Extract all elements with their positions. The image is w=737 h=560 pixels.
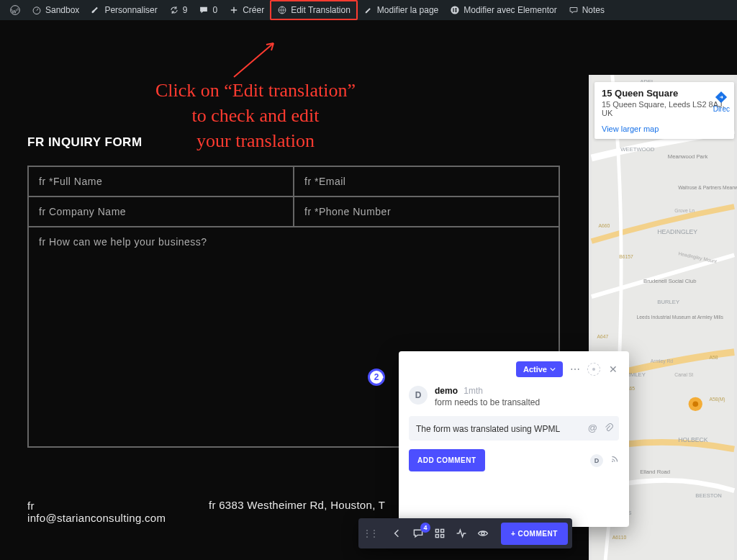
new-content[interactable]: Créer (223, 0, 270, 20)
annotation-line2: to check and edit (144, 103, 367, 128)
directions-label: Direc (713, 105, 730, 113)
footer-address: fr 6383 Westheimer Rd, Houston, T (209, 499, 385, 511)
map-directions[interactable]: Direc (713, 91, 730, 113)
comment-more-icon[interactable]: ⋯ (570, 363, 580, 375)
comments-count-label: 0 (212, 5, 217, 15)
mention-icon[interactable]: @ (588, 423, 597, 435)
svg-text:Leeds Industrial Museum at Arm: Leeds Industrial Museum at Armley Mills (636, 315, 723, 320)
phone-field[interactable] (294, 197, 559, 226)
comment-target-icon[interactable] (587, 363, 600, 376)
svg-text:WEETWOOD: WEETWOOD (620, 146, 654, 153)
svg-text:A647: A647 (597, 334, 609, 339)
svg-text:HOLBECK: HOLBECK (678, 436, 708, 443)
comment-author: demo (435, 386, 458, 396)
comment-panel: Active ⋯ ✕ D demo 1mth form needs to be … (399, 351, 629, 527)
customize-label: Personnaliser (104, 5, 157, 15)
gauge-icon (32, 5, 42, 15)
new-comment-label: + COMMENT (511, 530, 558, 538)
comment-icon (199, 5, 209, 15)
svg-text:Meanwood Park: Meanwood Park (668, 153, 708, 160)
map-address: 15 Queen Square, Leeds LS2 8AJ, UK (602, 100, 727, 117)
comment-thread-item: D demo 1mth form needs to be transalted (409, 386, 619, 407)
annotation-line1: Click on “Edit translation” (144, 78, 367, 103)
comment-marker[interactable]: 2 (368, 369, 385, 386)
updates[interactable]: 9 (163, 0, 194, 20)
annotation-arrow (230, 37, 281, 81)
chevron-down-icon (550, 366, 556, 372)
toolbar-comments-icon[interactable]: 4 (412, 527, 425, 540)
toolbar-back-icon[interactable] (390, 527, 403, 540)
email-field-wrap (294, 166, 559, 197)
map-info-card: 15 Queen Square 15 Queen Square, Leeds L… (594, 82, 734, 139)
toolbar-comments-badge: 4 (420, 523, 430, 533)
svg-rect-7 (455, 11, 457, 12)
map-title: 15 Queen Square (602, 88, 727, 99)
notes-label: Notes (582, 5, 605, 15)
page-body: Click on “Edit translation” to check and… (0, 20, 737, 560)
svg-text:HEADINGLEY: HEADINGLEY (657, 228, 697, 235)
avatar-small: D (590, 454, 603, 467)
svg-point-10 (692, 402, 698, 407)
edit-page-label: Modifier la page (377, 5, 438, 15)
subscribe-icon[interactable] (610, 455, 619, 466)
toolbar-grid-icon[interactable] (433, 527, 446, 540)
svg-text:Waitrose & Partners Meanwood: Waitrose & Partners Meanwood (678, 185, 737, 190)
svg-rect-38 (435, 535, 438, 538)
attach-icon[interactable] (603, 423, 613, 435)
avatar: D (409, 386, 428, 405)
footer-email: info@starianconsulting.com (27, 512, 166, 524)
site-name-label: Sandbox (45, 5, 79, 15)
elementor-icon (450, 5, 460, 15)
company-field-wrap (28, 197, 294, 227)
comment-panel-footer: ADD COMMENT D (409, 449, 619, 471)
full-name-field-wrap (28, 166, 294, 197)
svg-text:A6110: A6110 (612, 535, 627, 540)
svg-text:Brudenell Social Club: Brudenell Social Club (643, 278, 697, 284)
new-comment-button[interactable]: + COMMENT (501, 523, 568, 545)
notes[interactable]: Notes (563, 0, 610, 20)
comment-status-label: Active (523, 365, 547, 374)
customize[interactable]: Personnaliser (85, 0, 163, 20)
email-field[interactable] (294, 167, 559, 196)
edit-translation[interactable]: Edit Translation (270, 0, 358, 20)
svg-rect-36 (435, 529, 438, 532)
edit-page[interactable]: Modifier la page (358, 0, 444, 20)
company-field[interactable] (29, 197, 293, 226)
view-larger-map-link[interactable]: View larger map (602, 125, 727, 133)
comment-close-button[interactable]: ✕ (607, 363, 619, 375)
comment-input[interactable] (416, 424, 583, 434)
footer-lang: fr (27, 500, 166, 512)
svg-point-1 (33, 7, 40, 14)
comment-time: 1mth (464, 386, 483, 396)
refresh-icon (169, 5, 179, 15)
form-title: FR INQUIRY FORM (27, 135, 560, 150)
full-name-field[interactable] (29, 167, 293, 196)
edit-elementor-label: Modifier avec Elementor (464, 5, 556, 15)
site-name[interactable]: Sandbox (26, 0, 85, 20)
svg-text:Armley Rd: Armley Rd (651, 358, 674, 364)
svg-text:BURLEY: BURLEY (657, 299, 679, 305)
edit-elementor[interactable]: Modifier avec Elementor (444, 0, 562, 20)
speech-icon (569, 5, 579, 15)
comment-text: form needs to be transalted (435, 397, 540, 407)
svg-text:Canal St: Canal St (674, 372, 693, 377)
svg-rect-39 (441, 535, 444, 538)
comments-count[interactable]: 0 (193, 0, 223, 20)
comment-status-dropdown[interactable]: Active (516, 361, 563, 377)
svg-rect-6 (455, 9, 457, 10)
svg-point-35 (612, 461, 613, 462)
globe-icon (277, 5, 287, 15)
toolbar-eye-icon[interactable] (476, 527, 489, 540)
svg-rect-37 (441, 529, 444, 532)
svg-text:Elland Road: Elland Road (640, 469, 670, 475)
wp-logo[interactable] (4, 0, 26, 20)
drag-handle-icon[interactable]: ⋮⋮ (358, 528, 381, 538)
collab-toolbar[interactable]: ⋮⋮ 4 + COMMENT (358, 518, 572, 548)
svg-text:A58(M): A58(M) (710, 397, 725, 402)
add-comment-button[interactable]: ADD COMMENT (409, 449, 485, 471)
svg-text:B6157: B6157 (619, 254, 633, 259)
svg-text:Grove Ln: Grove Ln (674, 208, 695, 213)
phone-field-wrap (294, 197, 559, 227)
updates-count: 9 (183, 5, 188, 15)
toolbar-activity-icon[interactable] (455, 527, 468, 540)
